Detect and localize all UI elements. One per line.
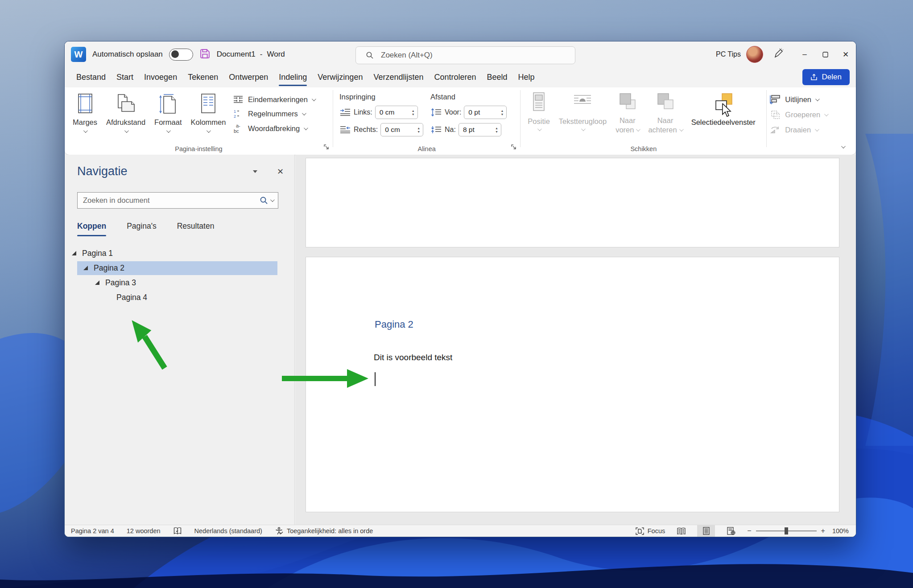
spin-down[interactable]: ▼ bbox=[495, 131, 498, 133]
heading-item-pagina-3[interactable]: Pagina 3 bbox=[65, 275, 294, 290]
spin-down[interactable]: ▼ bbox=[417, 131, 420, 133]
search-icon bbox=[260, 196, 268, 205]
indent-left-field[interactable]: 0 cm ▲▼ bbox=[375, 106, 418, 119]
heading-item-pagina-2[interactable]: Pagina 2 bbox=[65, 261, 294, 275]
account-name[interactable]: PC Tips bbox=[716, 50, 741, 58]
links-label: Links: bbox=[354, 108, 372, 116]
collapse-ribbon-button[interactable] bbox=[841, 142, 844, 150]
woordafbreking-button[interactable]: a- bc Woordafbreking bbox=[232, 123, 315, 134]
pane-options-icon[interactable] bbox=[253, 170, 257, 173]
spin-up[interactable]: ▲ bbox=[417, 127, 420, 129]
close-button[interactable]: ✕ bbox=[835, 41, 856, 67]
formaat-button[interactable]: Formaat bbox=[150, 91, 186, 133]
dialog-launcher-alinea[interactable] bbox=[511, 144, 516, 152]
pane-close-icon[interactable]: ✕ bbox=[277, 167, 284, 177]
regelnummers-button[interactable]: 1 2 Regelnummers bbox=[232, 109, 315, 119]
tekstterugloop-button[interactable]: Tekstterugloop bbox=[554, 91, 611, 136]
positie-button[interactable]: Positie bbox=[523, 91, 554, 136]
zoom-slider[interactable]: − + bbox=[747, 527, 825, 535]
document-search-box[interactable] bbox=[77, 192, 278, 209]
expand-triangle-icon[interactable] bbox=[83, 266, 88, 271]
spin-down[interactable]: ▼ bbox=[500, 113, 504, 115]
spacing-after-field[interactable]: 8 pt ▲▼ bbox=[459, 123, 501, 136]
kolommen-button[interactable]: Kolommen bbox=[186, 91, 231, 133]
tab-verwijzingen[interactable]: Verwijzingen bbox=[312, 67, 368, 87]
tab-help[interactable]: Help bbox=[513, 67, 540, 87]
word-count[interactable]: 12 woorden bbox=[127, 527, 161, 535]
page-indicator[interactable]: Pagina 2 van 4 bbox=[71, 527, 114, 535]
draaien-button[interactable]: Draaien bbox=[769, 125, 827, 135]
zoom-in-button[interactable]: + bbox=[821, 527, 825, 535]
expand-triangle-icon[interactable] bbox=[72, 251, 77, 256]
read-mode-button[interactable] bbox=[672, 525, 690, 537]
autosave-toggle[interactable] bbox=[169, 49, 193, 61]
tab-beeld[interactable]: Beeld bbox=[482, 67, 513, 87]
naar-achteren-button[interactable]: Naar achteren bbox=[644, 91, 686, 136]
search-options-chevron[interactable] bbox=[270, 197, 275, 202]
search-box[interactable]: Zoeken (Alt+Q) bbox=[355, 46, 575, 64]
naar-voren-button[interactable]: Naar voren bbox=[611, 91, 644, 136]
group-arrange-right: Uitlijnen Groeperen bbox=[767, 87, 856, 155]
tab-invoegen[interactable]: Invoegen bbox=[139, 67, 182, 87]
group-alinea: Inspringing Links: 0 cm ▲▼ bbox=[333, 87, 520, 155]
zoom-level[interactable]: 100% bbox=[832, 527, 849, 535]
document-search-input[interactable] bbox=[83, 196, 260, 205]
bring-forward-icon bbox=[617, 92, 638, 112]
page-1-bottom[interactable] bbox=[306, 158, 839, 247]
heading-item-pagina-4[interactable]: Pagina 4 bbox=[65, 290, 294, 305]
groeperen-button[interactable]: Groeperen bbox=[769, 110, 827, 119]
share-button[interactable]: Delen bbox=[802, 69, 850, 85]
expand-triangle-icon[interactable] bbox=[95, 280, 100, 285]
focus-mode-button[interactable]: Focus bbox=[636, 527, 665, 535]
ribbon: Marges Afdrukstand bbox=[65, 87, 856, 155]
language-indicator[interactable]: Nederlands (standaard) bbox=[194, 527, 262, 535]
spin-up[interactable]: ▲ bbox=[500, 110, 504, 112]
eindemarkeringen-button[interactable]: Eindemarkeringen bbox=[232, 95, 315, 104]
nav-tab-koppen[interactable]: Koppen bbox=[77, 222, 106, 236]
indent-right-field[interactable]: 0 cm ▲▼ bbox=[380, 123, 423, 136]
zoom-out-button[interactable]: − bbox=[747, 527, 751, 535]
tab-bestand[interactable]: Bestand bbox=[71, 67, 111, 87]
zoom-thumb[interactable] bbox=[785, 527, 788, 535]
annotation-arrow-to-cursor bbox=[281, 368, 370, 389]
proofing-book-icon[interactable] bbox=[173, 527, 182, 535]
heading-item-pagina-1[interactable]: Pagina 1 bbox=[65, 246, 294, 261]
tab-controleren[interactable]: Controleren bbox=[429, 67, 481, 87]
tab-tekenen[interactable]: Tekenen bbox=[182, 67, 223, 87]
zoom-track[interactable] bbox=[756, 530, 817, 531]
tab-start[interactable]: Start bbox=[111, 67, 139, 87]
save-icon[interactable] bbox=[199, 48, 211, 61]
spin-down[interactable]: ▼ bbox=[412, 113, 415, 115]
navigation-pane: Navigatie ✕ Koppen bbox=[65, 155, 295, 525]
tab-ontwerpen[interactable]: Ontwerpen bbox=[223, 67, 273, 87]
spin-up[interactable]: ▲ bbox=[412, 110, 415, 112]
page-2[interactable]: Pagina 2 Dit is voorbeeld tekst bbox=[306, 257, 839, 512]
title-bar: W Automatisch opslaan Document1 - Word bbox=[65, 41, 856, 67]
minimize-button[interactable]: – bbox=[794, 41, 815, 67]
web-layout-button[interactable] bbox=[722, 525, 740, 537]
spacing-before-field[interactable]: 0 pt ▲▼ bbox=[464, 106, 507, 119]
print-layout-button[interactable] bbox=[697, 525, 715, 537]
document-canvas[interactable]: Pagina 2 Dit is voorbeeld tekst bbox=[295, 155, 856, 525]
nav-tab-resultaten[interactable]: Resultaten bbox=[177, 222, 215, 236]
spacing-after-icon bbox=[430, 125, 442, 134]
group-icon bbox=[769, 110, 781, 119]
accessibility-status[interactable]: Toegankelijkheid: alles in orde bbox=[275, 527, 373, 535]
uitlijnen-button[interactable]: Uitlijnen bbox=[769, 95, 827, 104]
group-schikken: Positie Tekstterugloop bbox=[521, 87, 766, 155]
tab-indeling[interactable]: Indeling bbox=[273, 67, 312, 87]
maximize-button[interactable] bbox=[815, 41, 835, 67]
marges-button[interactable]: Marges bbox=[68, 91, 102, 133]
position-icon bbox=[530, 92, 548, 113]
ink-pen-icon[interactable] bbox=[773, 48, 784, 61]
tab-verzendlijsten[interactable]: Verzendlijsten bbox=[368, 67, 429, 87]
voor-label: Voor: bbox=[445, 108, 461, 116]
document-body-text[interactable]: Dit is voorbeeld tekst bbox=[374, 353, 452, 362]
nav-tab-paginas[interactable]: Pagina's bbox=[127, 222, 157, 236]
afdrukstand-button[interactable]: Afdrukstand bbox=[102, 91, 150, 133]
dialog-launcher-pagina-instelling[interactable] bbox=[323, 144, 329, 152]
account-avatar[interactable] bbox=[746, 46, 763, 63]
spin-up[interactable]: ▲ bbox=[495, 127, 498, 129]
align-icon bbox=[769, 95, 781, 104]
document-heading[interactable]: Pagina 2 bbox=[375, 319, 413, 330]
